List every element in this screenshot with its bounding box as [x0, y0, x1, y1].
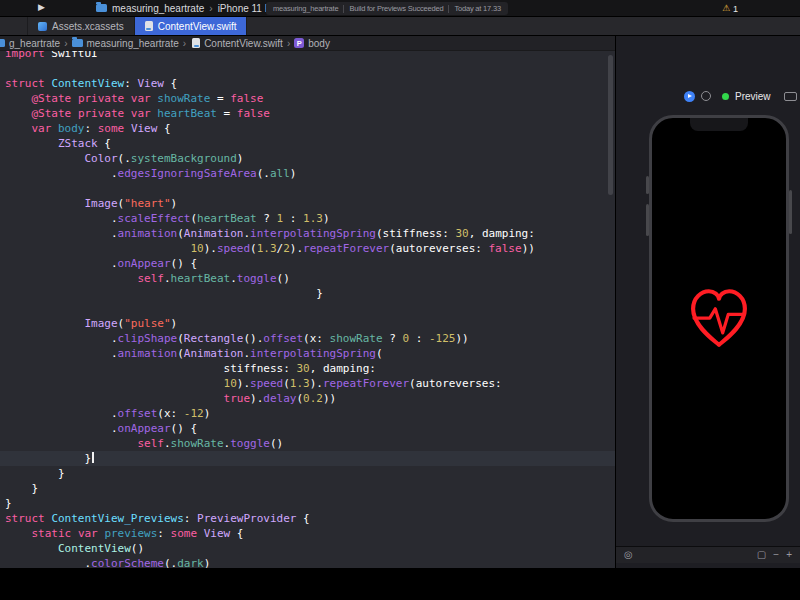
jump-bar: g_heartrate › measuring_heartrate › Cont… — [0, 36, 615, 51]
code-line[interactable]: .animation(Animation.interpolatingSpring… — [0, 346, 615, 361]
code-line[interactable]: self.heartBeat.toggle() — [0, 271, 615, 286]
heart-pulse-image — [652, 118, 786, 519]
code-line[interactable]: .animation(Animation.interpolatingSpring… — [0, 226, 615, 241]
code-line[interactable]: .offset(x: -12) — [0, 406, 615, 421]
tab-bar: Assets.xcassets ContentView.swift — [0, 17, 800, 36]
preview-label: Preview — [735, 91, 771, 102]
code-line[interactable]: stiffness: 30, damping: — [0, 361, 615, 376]
code-line[interactable] — [0, 301, 615, 316]
breadcrumb-project[interactable]: g_heartrate — [9, 38, 60, 49]
preview-status-dot — [722, 93, 729, 100]
code-line[interactable]: .clipShape(Rectangle().offset(x: showRat… — [0, 331, 615, 346]
zoom-out-icon[interactable]: − — [773, 550, 779, 560]
code-line[interactable]: } — [0, 481, 615, 496]
tab-label: ContentView.swift — [158, 21, 237, 32]
code-line[interactable]: Image("pulse") — [0, 316, 615, 331]
letterbox — [0, 568, 800, 600]
code-line[interactable]: } — [0, 451, 615, 466]
xcassets-icon — [38, 22, 47, 31]
toolbar: ▶ measuring_heartrate › iPhone 11 Pro Ma… — [0, 0, 800, 17]
code-line[interactable]: 10).speed(1.3/2).repeatForever(autorever… — [0, 241, 615, 256]
volume-button — [646, 204, 649, 236]
code-line[interactable]: } — [0, 466, 615, 481]
activity-view: measuring_heartrate Build for Previews S… — [266, 2, 508, 15]
swift-file-icon — [145, 21, 153, 31]
zoom-fit-icon[interactable]: ▢ — [757, 550, 766, 560]
code-line[interactable]: @State private var showRate = false — [0, 91, 615, 106]
code-line[interactable]: Color(.systemBackground) — [0, 151, 615, 166]
zoom-in-icon[interactable]: + — [786, 550, 792, 560]
editor-pane: g_heartrate › measuring_heartrate › Cont… — [0, 36, 615, 568]
code-line[interactable]: struct ContentView: View { — [0, 76, 615, 91]
scrollbar-thumb[interactable] — [608, 55, 613, 195]
heart-icon — [682, 282, 756, 356]
issues-badge[interactable]: ⚠ 1 — [722, 1, 738, 16]
status-divider — [448, 5, 449, 13]
code-line[interactable] — [0, 61, 615, 76]
code-line[interactable] — [0, 181, 615, 196]
tab-bar-spacer — [247, 17, 800, 35]
canvas-bottom-bar: ◎ ▢ − + — [616, 546, 800, 563]
volume-button — [646, 176, 649, 194]
code-line[interactable]: 10).speed(1.3).repeatForever(autoreverse… — [0, 376, 615, 391]
chevron-right-icon: › — [183, 38, 186, 49]
xcode-window: ▶ measuring_heartrate › iPhone 11 Pro Ma… — [0, 0, 800, 600]
preview-toolbar: Preview — [616, 88, 800, 104]
scheme-name[interactable]: measuring_heartrate — [112, 3, 204, 14]
status-message: Build for Previews Succeeded — [349, 4, 443, 13]
iphone-preview[interactable] — [649, 115, 789, 522]
status-project: measuring_heartrate — [273, 4, 338, 13]
run-icon[interactable]: ▶ — [38, 2, 45, 12]
code-lines: import SwiftUIstruct ContentView: View {… — [0, 51, 615, 568]
tab-contentview[interactable]: ContentView.swift — [135, 17, 248, 35]
tab-assets[interactable]: Assets.xcassets — [28, 17, 135, 35]
breadcrumb-group[interactable]: measuring_heartrate — [87, 38, 179, 49]
code-line[interactable]: } — [0, 496, 615, 511]
code-line[interactable]: .onAppear() { — [0, 256, 615, 271]
code-editor[interactable]: import SwiftUIstruct ContentView: View {… — [0, 51, 615, 568]
code-line[interactable]: } — [0, 286, 615, 301]
chevron-right-icon: › — [287, 38, 290, 49]
chevron-right-icon: › — [209, 3, 212, 14]
preview-canvas: Preview ◎ ▢ − — [615, 36, 800, 568]
folder-icon — [72, 39, 83, 47]
code-line[interactable]: true).delay(0.2)) — [0, 391, 615, 406]
code-line[interactable]: .colorScheme(.dark) — [0, 556, 615, 568]
tab-bar-leading — [0, 17, 28, 35]
tab-label: Assets.xcassets — [52, 21, 124, 32]
code-line[interactable]: struct ContentView_Previews: PreviewProv… — [0, 511, 615, 526]
project-icon — [96, 4, 107, 12]
code-line[interactable]: .scaleEffect(heartBeat ? 1 : 1.3) — [0, 211, 615, 226]
power-button — [789, 190, 792, 234]
status-divider — [343, 5, 344, 13]
code-line[interactable]: ContentView() — [0, 541, 615, 556]
code-line[interactable]: self.showRate.toggle() — [0, 436, 615, 451]
code-line[interactable]: Image("heart") — [0, 196, 615, 211]
breadcrumb-scope[interactable]: body — [308, 38, 330, 49]
code-line[interactable]: static var previews: some View { — [0, 526, 615, 541]
breadcrumb-file[interactable]: ContentView.swift — [204, 38, 283, 49]
folder-icon — [0, 39, 5, 47]
swift-file-icon — [192, 38, 200, 48]
code-line[interactable]: .onAppear() { — [0, 421, 615, 436]
live-preview-icon[interactable] — [684, 91, 695, 102]
code-line[interactable]: @State private var heartBeat = false — [0, 106, 615, 121]
main-content: g_heartrate › measuring_heartrate › Cont… — [0, 36, 800, 568]
chevron-right-icon: › — [64, 38, 67, 49]
warning-icon: ⚠ — [722, 4, 730, 13]
debug-preview-icon[interactable] — [701, 91, 711, 101]
property-scope-icon: P — [294, 38, 304, 48]
warning-count: 1 — [733, 4, 738, 14]
text-cursor — [92, 452, 94, 463]
code-line[interactable]: var body: some View { — [0, 121, 615, 136]
code-line[interactable]: import SwiftUI — [0, 51, 615, 61]
code-line[interactable]: .edgesIgnoringSafeArea(.all) — [0, 166, 615, 181]
status-time: Today at 17.33 — [454, 4, 500, 13]
code-line[interactable]: ZStack { — [0, 136, 615, 151]
display-icon[interactable] — [784, 92, 797, 101]
pin-icon[interactable]: ◎ — [624, 550, 633, 560]
